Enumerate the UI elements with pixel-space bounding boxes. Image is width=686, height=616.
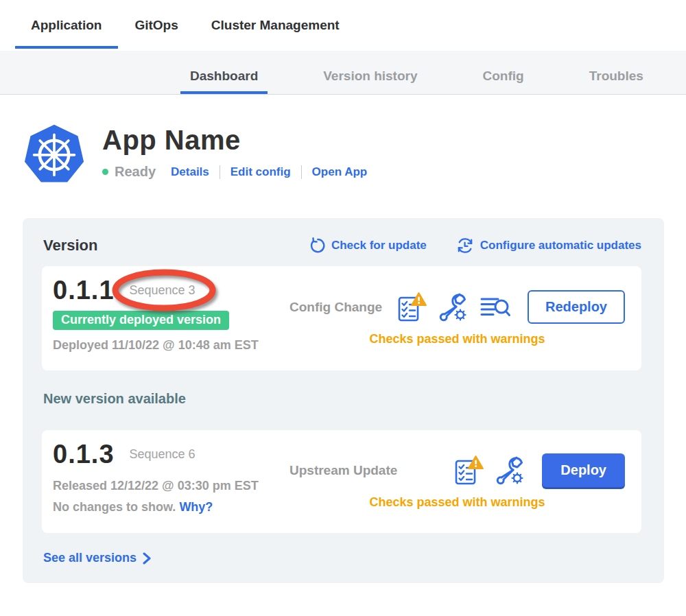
divider: [220, 165, 220, 179]
version-card: Version Check for update: [23, 218, 664, 583]
preflight-checks-icon[interactable]: [396, 292, 427, 323]
see-all-versions-link[interactable]: See all versions: [43, 551, 151, 565]
why-link[interactable]: Why?: [179, 500, 213, 514]
status-label: Ready: [115, 164, 156, 180]
deploy-button[interactable]: Deploy: [542, 453, 625, 487]
new-version-number: 0.1.3: [53, 440, 115, 469]
nav-tab-cluster-management[interactable]: Cluster Management: [211, 18, 340, 33]
kubernetes-logo-icon: [23, 122, 86, 185]
tab-troubleshoot[interactable]: Troubles: [589, 69, 643, 84]
config-wrench-icon[interactable]: [495, 455, 525, 486]
current-version-row: 0.1.1 Sequence 3 Currently deployed vers…: [42, 266, 641, 370]
view-diff-icon[interactable]: [480, 294, 511, 320]
secondary-nav: Dashboard Version history Config Trouble…: [0, 51, 686, 95]
deployed-badge: Currently deployed version: [53, 311, 229, 330]
tab-config[interactable]: Config: [483, 69, 524, 84]
tab-dashboard[interactable]: Dashboard: [190, 69, 258, 84]
checks-status-text: Checks passed with warnings: [369, 332, 545, 346]
status-dot: [102, 169, 108, 175]
chevron-right-icon: [143, 552, 151, 565]
details-link[interactable]: Details: [171, 165, 209, 179]
checks-status-text: Checks passed with warnings: [369, 495, 545, 510]
auto-update-clock-icon: [456, 236, 475, 255]
version-source-label: Config Change: [289, 300, 382, 315]
new-version-row: 0.1.3 Sequence 6 Released 12/12/22 @ 03:…: [42, 430, 641, 533]
new-version-heading: New version available: [43, 391, 641, 407]
page-title: App Name: [102, 125, 367, 156]
tab-version-history[interactable]: Version history: [323, 69, 417, 84]
deployed-timestamp: Deployed 11/10/22 @ 10:48 am EST: [53, 338, 289, 353]
current-sequence-label: Sequence 3: [130, 283, 196, 298]
primary-nav: Application GitOps Cluster Management: [0, 0, 686, 51]
preflight-checks-icon[interactable]: [453, 455, 484, 486]
redeploy-button[interactable]: Redeploy: [528, 290, 625, 324]
nav-tab-gitops[interactable]: GitOps: [134, 18, 178, 33]
version-source-label: Upstream Update: [289, 463, 397, 478]
check-for-update-link[interactable]: Check for update: [308, 237, 427, 254]
new-sequence-label: Sequence 6: [130, 447, 196, 462]
configure-automatic-updates-link[interactable]: Configure automatic updates: [456, 236, 641, 255]
released-timestamp: Released 12/12/22 @ 03:30 pm EST: [53, 479, 289, 493]
app-header: App Name Ready Details Edit config Open …: [23, 122, 686, 185]
open-app-link[interactable]: Open App: [312, 165, 368, 179]
edit-config-link[interactable]: Edit config: [230, 165, 291, 179]
current-version-number: 0.1.1: [53, 276, 115, 305]
nav-tab-application[interactable]: Application: [31, 18, 102, 33]
divider: [301, 165, 302, 179]
no-changes-text: No changes to show.: [53, 500, 176, 514]
config-wrench-icon[interactable]: [438, 292, 469, 322]
version-section-title: Version: [43, 237, 97, 254]
refresh-icon: [308, 237, 326, 254]
